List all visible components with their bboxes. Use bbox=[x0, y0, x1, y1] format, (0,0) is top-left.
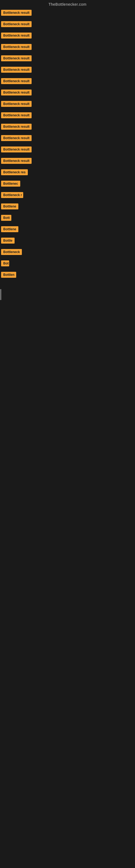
bottleneck-badge[interactable]: Bottleneck result bbox=[1, 78, 32, 84]
bottleneck-badge[interactable]: Bottleneck result bbox=[1, 21, 32, 27]
bottleneck-item-23: Bot bbox=[0, 258, 135, 270]
bottleneck-badge[interactable]: Bottle bbox=[1, 238, 14, 244]
bottleneck-badge[interactable]: Bott bbox=[1, 215, 11, 221]
bottleneck-item-7: Bottleneck result bbox=[0, 76, 135, 87]
bottleneck-item-15: Bottleneck res bbox=[0, 167, 135, 179]
bottleneck-item-14: Bottleneck result bbox=[0, 156, 135, 167]
bottleneck-item-22: Bottleneck bbox=[0, 247, 135, 258]
bottleneck-badge[interactable]: Bottlene bbox=[1, 204, 18, 209]
bottleneck-badge[interactable]: Bottleneck result bbox=[1, 101, 32, 107]
bottleneck-badge[interactable]: Bottlene bbox=[1, 226, 18, 232]
bottleneck-item-2: Bottleneck result bbox=[0, 19, 135, 30]
site-header: TheBottlenecker.com bbox=[0, 0, 135, 8]
bottleneck-item-5: Bottleneck result bbox=[0, 53, 135, 65]
bottleneck-badge[interactable]: Bottleneck bbox=[1, 249, 22, 255]
bottleneck-badge[interactable]: Bottlen bbox=[1, 272, 16, 278]
bottleneck-badge[interactable]: Bottleneck result bbox=[1, 158, 32, 164]
bottleneck-item-24: Bottlen bbox=[0, 270, 135, 281]
bottleneck-item-19: Bott bbox=[0, 213, 135, 224]
bottleneck-badge[interactable]: Bottleneck result bbox=[1, 44, 32, 50]
bottleneck-badge[interactable]: Bottleneck result bbox=[1, 147, 32, 152]
bottleneck-item-11: Bottleneck result bbox=[0, 122, 135, 133]
bottleneck-badge[interactable]: Bottleneck r bbox=[1, 192, 23, 198]
bottleneck-badge[interactable]: Bottlenec bbox=[1, 181, 20, 187]
bottleneck-item-6: Bottleneck result bbox=[0, 65, 135, 76]
bottleneck-item-17: Bottleneck r bbox=[0, 190, 135, 201]
items-container: Bottleneck resultBottleneck resultBottle… bbox=[0, 8, 135, 281]
bottleneck-item-10: Bottleneck result bbox=[0, 110, 135, 122]
bottleneck-badge[interactable]: Bottleneck result bbox=[1, 33, 32, 38]
bottleneck-item-4: Bottleneck result bbox=[0, 42, 135, 53]
bottleneck-item-9: Bottleneck result bbox=[0, 99, 135, 110]
bottleneck-badge[interactable]: Bottleneck result bbox=[1, 90, 32, 95]
bottleneck-item-1: Bottleneck result bbox=[0, 8, 135, 19]
bottleneck-badge[interactable]: Bottleneck result bbox=[1, 135, 32, 141]
site-title: TheBottlenecker.com bbox=[0, 0, 135, 8]
bottleneck-badge[interactable]: Bottleneck result bbox=[1, 67, 32, 73]
bottleneck-item-12: Bottleneck result bbox=[0, 133, 135, 144]
bottleneck-item-16: Bottlenec bbox=[0, 179, 135, 190]
bottleneck-badge[interactable]: Bottleneck result bbox=[1, 112, 32, 118]
bottleneck-item-8: Bottleneck result bbox=[0, 87, 135, 99]
bottleneck-item-3: Bottleneck result bbox=[0, 30, 135, 42]
bottleneck-badge[interactable]: Bot bbox=[1, 260, 9, 267]
cursor-indicator bbox=[1, 289, 1, 300]
bottleneck-item-13: Bottleneck result bbox=[0, 144, 135, 156]
bottleneck-badge[interactable]: Bottleneck result bbox=[1, 124, 32, 130]
bottleneck-badge[interactable]: Bottleneck result bbox=[1, 10, 32, 16]
bottleneck-badge[interactable]: Bottleneck res bbox=[1, 169, 28, 175]
bottleneck-item-18: Bottlene bbox=[0, 201, 135, 213]
bottleneck-item-20: Bottlene bbox=[0, 224, 135, 236]
bottleneck-item-21: Bottle bbox=[0, 236, 135, 247]
bottleneck-badge[interactable]: Bottleneck result bbox=[1, 55, 32, 61]
